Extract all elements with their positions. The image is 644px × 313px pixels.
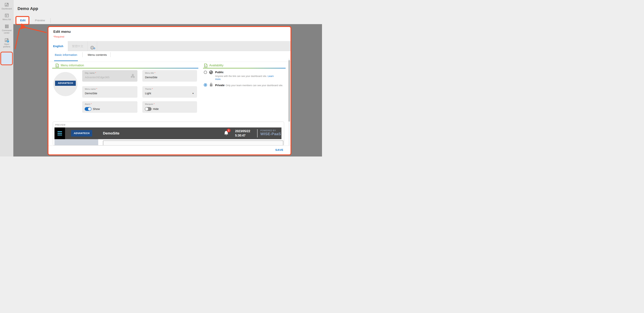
section-underline [203, 68, 286, 68]
sidebar-item-label: Open grafana [0, 43, 14, 48]
field-label: Marquee [145, 103, 153, 105]
tab-preview[interactable]: Preview [30, 16, 50, 24]
preview-bar-divider [257, 129, 258, 138]
dropdown-caret-icon: ▼ [192, 92, 194, 94]
app-window: Dashboard Menu list [0, 0, 322, 156]
edit-menu-modal: Edit menu *Required English 繁體中文 ⚙ Basic… [48, 26, 292, 155]
dashboard-icon [4, 2, 9, 7]
alarm-state-label: Show [93, 107, 100, 110]
menu-title-field[interactable]: Menu title* DemoSite [142, 70, 197, 82]
notification-badge: 1 [227, 128, 230, 132]
field-label: Menu name [85, 88, 96, 90]
org-tree-icon[interactable] [130, 74, 135, 79]
field-label: Theme [145, 88, 152, 90]
tab-menu-contents[interactable]: Menu contents [85, 52, 109, 57]
open-grafana-icon [4, 38, 9, 42]
sidebar-item-open-grafana[interactable]: Open grafana [0, 38, 14, 48]
modal-title: Edit menu [53, 30, 71, 34]
section-title: Availability [209, 64, 224, 67]
required-note: *Required [53, 35, 64, 38]
hamburger-menu-icon [54, 128, 65, 139]
private-label: Private [215, 84, 224, 87]
gear-icon: ⚙ [93, 47, 96, 50]
modal-footer: SAVE [48, 146, 290, 154]
org-name-field: Org. name* AdvantechEdge365 [82, 70, 138, 82]
demo-app-annotation-box [0, 52, 13, 65]
document-icon [204, 64, 208, 68]
required-asterisk: * [95, 72, 96, 74]
preview-site-title: DemoSite [103, 128, 120, 139]
preview-body-sidebar [54, 139, 98, 146]
preview-header-bar: ADVANTECH DemoSite 1 2023/05/22 5:30:47 … [54, 128, 282, 139]
field-label: Org. name [85, 72, 95, 74]
section-underline [52, 68, 198, 68]
modal-scrollbar-thumb[interactable] [288, 60, 290, 122]
powered-by-text: POWERED BY [260, 129, 281, 132]
language-tab-bar: English 繁體中文 ⚙ [48, 41, 290, 51]
preview-label: PREVIEW [55, 124, 66, 126]
required-asterisk: * [96, 88, 97, 90]
section-title: Menu information [61, 64, 84, 67]
sidebar-item-menu-list[interactable]: Menu list [0, 13, 14, 21]
menu-title-value: DemoSite [145, 76, 158, 79]
private-row: PrivateOnly your team members can see yo… [215, 84, 292, 87]
public-description: Anyone with the link can see your dashbo… [215, 75, 279, 81]
private-radio[interactable] [204, 83, 207, 86]
sidebar-item-label: Dashboard [0, 8, 14, 10]
menu-name-field[interactable]: Menu name* DemoSite [82, 86, 138, 98]
preview-date: 2023/05/22 [235, 129, 250, 133]
tab-language-settings[interactable]: ⚙ [88, 41, 97, 51]
sidebar-item-command-center[interactable]: Command center [0, 24, 14, 34]
sidebar-item-label: Command center [0, 29, 14, 34]
menu-logo-avatar[interactable]: ADVANTECH [53, 72, 78, 96]
tab-language-english[interactable]: English [48, 41, 68, 51]
required-asterisk: * [91, 103, 92, 105]
save-button[interactable]: SAVE [275, 148, 283, 152]
sidebar-item-dashboard[interactable]: Dashboard [0, 2, 14, 10]
marquee-field: Marquee* Hide [142, 101, 197, 113]
sidebar: Dashboard Menu list [0, 0, 14, 156]
preview-datetime: 2023/05/22 5:30:47 [235, 129, 250, 138]
edit-tab-annotation-box [16, 16, 30, 25]
subtab-divider [110, 52, 111, 57]
menu-information-heading: Menu information [56, 63, 84, 68]
toggle-knob [145, 108, 148, 110]
required-asterisk: * [154, 103, 154, 105]
field-label: Alarm [85, 103, 90, 105]
powered-by-block: POWERED BY WISE-PaaS [260, 129, 281, 136]
lock-icon [209, 82, 213, 88]
menu-list-icon [4, 13, 9, 18]
field-label: Menu title [145, 72, 154, 74]
tab-language-chinese[interactable]: 繁體中文 [68, 41, 88, 51]
alarm-toggle[interactable] [85, 107, 92, 111]
theme-value: Light [145, 92, 151, 95]
private-description: Only your team members can see your dash… [226, 84, 283, 87]
advantech-logo: ADVANTECH [71, 130, 92, 136]
toggle-knob [88, 108, 91, 110]
sidebar-item-label: Menu list [0, 18, 14, 21]
public-radio[interactable] [204, 71, 207, 74]
active-subtab-underline [54, 60, 78, 61]
globe-settings-icon: ⚙ [90, 44, 94, 48]
preview-body-content [103, 140, 283, 146]
page-title: Demo App [18, 6, 38, 11]
tab-basic-information[interactable]: Basic information [54, 52, 78, 57]
document-icon [56, 64, 59, 68]
theme-select[interactable]: Theme* Light ▼ [142, 86, 197, 98]
public-label: Public [215, 70, 224, 74]
availability-heading: Availability [204, 63, 224, 68]
command-center-icon [4, 24, 9, 29]
alarm-field: Alarm* Show [82, 101, 138, 113]
preview-time: 5:30:47 [235, 133, 250, 138]
required-asterisk: * [152, 88, 153, 90]
org-name-value: AdvantechEdge365 [85, 76, 110, 79]
advantech-logo: ADVANTECH [55, 81, 76, 86]
required-asterisk: * [154, 72, 155, 74]
marquee-toggle[interactable] [145, 107, 152, 111]
menu-name-value: DemoSite [85, 92, 97, 95]
marquee-state-label: Hide [153, 107, 159, 110]
preview-card: PREVIEW ADVANTECH DemoSite 1 2023/05/22 … [53, 122, 284, 146]
public-globe-icon [209, 70, 213, 75]
wise-paas-logo: WISE-PaaS [260, 132, 281, 136]
tab-divider [50, 18, 50, 23]
